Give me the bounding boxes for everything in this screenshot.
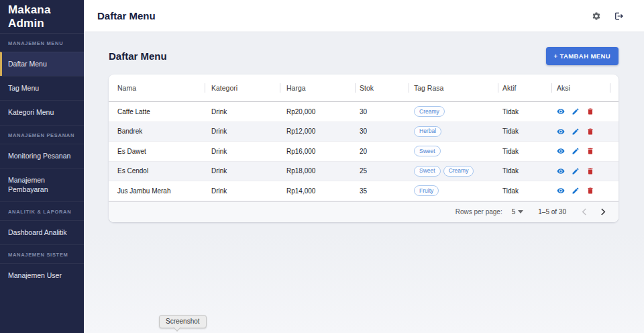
tambah-menu-button[interactable]: + TAMBAH MENU <box>546 47 619 65</box>
chevron-right-icon <box>600 208 606 216</box>
view-eye-icon[interactable] <box>557 128 565 136</box>
edit-pencil-icon[interactable] <box>572 167 580 175</box>
delete-trash-icon[interactable] <box>586 167 594 175</box>
tag-rasa-chip: Fruity <box>414 185 439 196</box>
view-eye-icon[interactable] <box>557 187 565 195</box>
view-eye-icon[interactable] <box>557 147 565 155</box>
content-area: Daftar Menu + TAMBAH MENU Nama Kategori … <box>84 32 644 333</box>
chevron-left-icon <box>581 208 587 216</box>
cell-aktif: Tidak <box>498 128 552 135</box>
table-row: Es Dawet Drink Rp16,000 20 Sweet Tidak <box>109 142 619 162</box>
screenshot-tooltip-label: Screenshot <box>166 318 200 325</box>
cell-kategori: Drink <box>205 148 280 155</box>
column-header-tag-rasa[interactable]: Tag Rasa <box>409 75 498 101</box>
cell-aktif: Tidak <box>498 187 552 195</box>
tag-rasa-chip: Sweet <box>414 146 441 156</box>
sidebar-item-manajemen-user[interactable]: Manajemen User <box>0 263 84 287</box>
next-page-button[interactable] <box>600 208 606 216</box>
tag-rasa-chip: Creamy <box>443 166 474 177</box>
cell-aksi <box>552 128 610 136</box>
cell-nama: Bandrek <box>109 128 205 135</box>
page-title: Daftar Menu <box>97 10 156 21</box>
cell-aktif: Tidak <box>498 167 552 175</box>
sidebar-section-label: MANAJEMEN PESANAN <box>0 125 84 144</box>
cell-kategori: Drink <box>205 108 280 115</box>
cell-kategori: Drink <box>205 167 280 175</box>
cell-nama: Es Cendol <box>109 167 205 175</box>
cell-nama: Es Dawet <box>109 148 205 155</box>
table-row: Caffe Latte Drink Rp20,000 30 Creamy Tid… <box>109 102 619 122</box>
cell-stok: 30 <box>356 128 409 135</box>
table-header-row: Nama Kategori Harga Stok Tag Rasa Aktif … <box>109 75 619 102</box>
table-row: Jus Jambu Merah Drink Rp14,000 35 Fruity… <box>109 181 619 201</box>
sidebar-nav: MANAJEMEN MENU Daftar Menu Tag Menu Kate… <box>0 34 84 287</box>
cell-aksi <box>552 167 610 175</box>
table-body: Caffe Latte Drink Rp20,000 30 Creamy Tid… <box>109 102 619 201</box>
sidebar-item-kategori-menu[interactable]: Kategori Menu <box>0 100 84 124</box>
rows-per-page-select[interactable]: 5 <box>512 208 524 216</box>
sidebar-section-label: MANAJEMEN SISTEM <box>0 244 84 263</box>
column-header-stok[interactable]: Stok <box>356 75 409 101</box>
screenshot-tooltip: Screenshot <box>159 315 207 328</box>
column-header-aktif[interactable]: Aktif <box>498 75 552 101</box>
caret-down-icon <box>518 210 523 213</box>
topbar: Daftar Menu <box>84 0 644 32</box>
cell-aksi <box>552 187 610 195</box>
delete-trash-icon[interactable] <box>586 147 594 155</box>
column-header-harga[interactable]: Harga <box>280 75 356 101</box>
menu-table-card: Nama Kategori Harga Stok Tag Rasa Aktif … <box>109 75 619 222</box>
cell-tags: Sweet <box>409 146 498 156</box>
cell-tags: Herbal <box>409 126 498 137</box>
edit-pencil-icon[interactable] <box>572 147 580 155</box>
sidebar-section-label: ANALITIK & LAPORAN <box>0 201 84 220</box>
cell-aksi <box>552 147 610 155</box>
edit-pencil-icon[interactable] <box>572 128 580 136</box>
edit-pencil-icon[interactable] <box>572 107 580 115</box>
cell-stok: 25 <box>356 167 409 175</box>
prev-page-button[interactable] <box>581 208 587 216</box>
tag-rasa-chip: Creamy <box>414 106 445 117</box>
table-row: Bandrek Drink Rp12,000 30 Herbal Tidak <box>109 122 619 142</box>
rows-per-page-label: Rows per page: <box>455 208 502 216</box>
cell-tags: Fruity <box>409 185 498 196</box>
main-area: Daftar Menu Daftar Menu + TAMBAH MENU Na… <box>84 0 644 333</box>
app-title: Makana Admin <box>0 0 84 34</box>
sidebar-item-daftar-menu[interactable]: Daftar Menu <box>0 52 84 76</box>
table-row: Es Cendol Drink Rp18,000 25 Sweet Creamy… <box>109 162 619 182</box>
cell-tags: Sweet Creamy <box>409 166 498 177</box>
app-window: Makana Admin MANAJEMEN MENU Daftar Menu … <box>0 0 644 333</box>
cell-harga: Rp18,000 <box>280 167 356 175</box>
cell-aksi <box>552 107 610 115</box>
content-heading: Daftar Menu <box>109 50 167 62</box>
cell-harga: Rp20,000 <box>280 108 356 115</box>
cell-kategori: Drink <box>205 128 280 135</box>
rows-per-page-value: 5 <box>512 208 516 216</box>
sidebar: Makana Admin MANAJEMEN MENU Daftar Menu … <box>0 0 84 333</box>
cell-tags: Creamy <box>409 106 498 117</box>
content-header: Daftar Menu + TAMBAH MENU <box>109 47 619 65</box>
tag-rasa-chip: Herbal <box>414 126 441 137</box>
column-header-nama[interactable]: Nama <box>109 75 205 101</box>
cell-aktif: Tidak <box>498 148 552 155</box>
sidebar-item-manajemen-pembayaran[interactable]: Manajemen Pembayaran <box>0 168 84 201</box>
topbar-icons <box>592 11 624 21</box>
delete-trash-icon[interactable] <box>586 187 594 195</box>
view-eye-icon[interactable] <box>557 167 565 175</box>
edit-pencil-icon[interactable] <box>572 187 580 195</box>
cell-harga: Rp16,000 <box>280 148 356 155</box>
view-eye-icon[interactable] <box>557 107 565 115</box>
logout-icon[interactable] <box>614 11 624 21</box>
sidebar-item-dashboard-analitik[interactable]: Dashboard Analitik <box>0 220 84 244</box>
table-pagination: Rows per page: 5 1–5 of 30 <box>109 201 619 222</box>
delete-trash-icon[interactable] <box>586 128 594 136</box>
delete-trash-icon[interactable] <box>586 107 594 115</box>
settings-gear-icon[interactable] <box>592 11 601 21</box>
sidebar-item-monitoring-pesanan[interactable]: Monitoring Pesanan <box>0 144 84 168</box>
cell-stok: 35 <box>356 187 409 195</box>
sidebar-item-tag-menu[interactable]: Tag Menu <box>0 76 84 100</box>
column-header-aksi[interactable]: Aksi <box>552 75 610 101</box>
column-header-kategori[interactable]: Kategori <box>205 75 280 101</box>
cell-aktif: Tidak <box>498 108 552 115</box>
cell-stok: 30 <box>356 108 409 115</box>
pagination-range: 1–5 of 30 <box>538 208 566 216</box>
